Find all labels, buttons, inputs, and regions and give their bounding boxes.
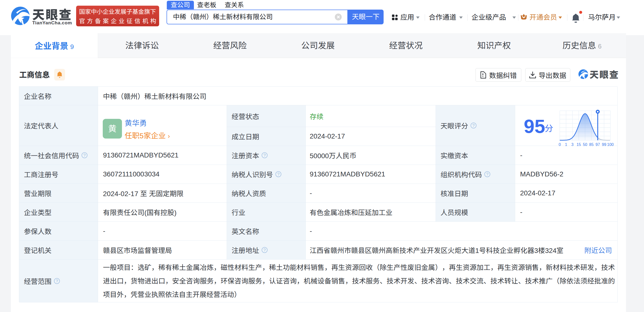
svg-text:15: 15 (576, 143, 581, 147)
svg-text:1: 1 (565, 143, 567, 147)
svg-text:100: 100 (607, 143, 614, 147)
svg-text:85: 85 (589, 143, 594, 147)
svg-text:97: 97 (596, 143, 600, 147)
svg-text:50: 50 (583, 143, 587, 147)
svg-text:3: 3 (571, 143, 574, 147)
svg-text:99: 99 (602, 143, 606, 147)
svg-text:0: 0 (559, 143, 561, 147)
